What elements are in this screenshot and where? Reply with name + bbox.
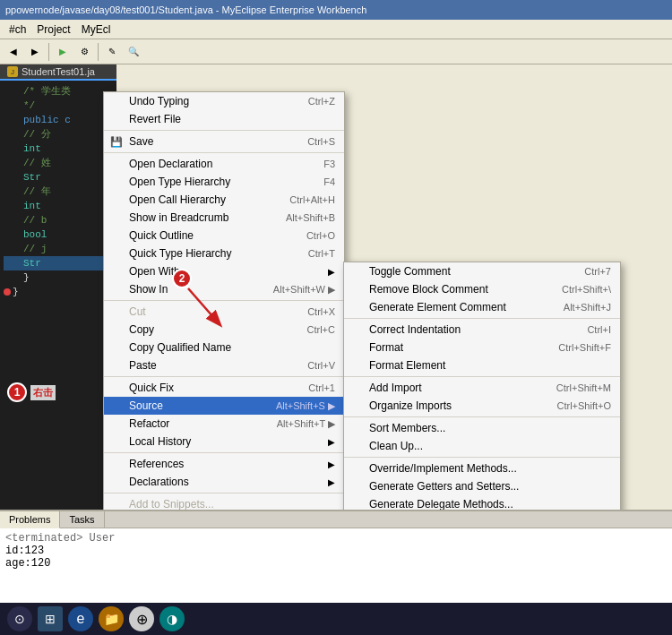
menu-generate-delegate-methods[interactable]: Generate Delegate Methods... bbox=[344, 495, 620, 510]
menu-sort-members[interactable]: Sort Members... bbox=[344, 419, 620, 437]
toolbar-btn-1[interactable]: ◀ bbox=[4, 42, 23, 62]
menu-quick-fix[interactable]: Quick Fix Ctrl+1 bbox=[104, 379, 344, 397]
ide-area: #ch Project MyEcl ◀ ▶ ▶ ⚙ ✎ 🔍 J StudentT… bbox=[0, 20, 672, 635]
context-menu-2: Toggle Comment Ctrl+7 Remove Block Comme… bbox=[343, 262, 621, 510]
toolbar: ◀ ▶ ▶ ⚙ ✎ 🔍 bbox=[0, 39, 672, 64]
menu-local-history[interactable]: Local History ▶ bbox=[104, 433, 344, 451]
menu-revert-file[interactable]: Revert File bbox=[104, 110, 344, 128]
taskbar-chrome-icon[interactable]: ⊕ bbox=[129, 606, 154, 631]
code-line-3: public c bbox=[4, 113, 113, 127]
menu-organize-imports[interactable]: Organize Imports Ctrl+Shift+O bbox=[344, 397, 620, 415]
title-text: ppowernode/javase/day08/test001/Student.… bbox=[5, 4, 366, 15]
tab-problems[interactable]: Problems bbox=[0, 511, 60, 528]
sep-2 bbox=[104, 152, 344, 153]
bottom-tabs: Problems Tasks bbox=[0, 511, 672, 528]
menu-toggle-comment[interactable]: Toggle Comment Ctrl+7 bbox=[344, 262, 620, 280]
code-line-7: Str bbox=[4, 170, 113, 184]
code-line-13: Str bbox=[4, 256, 113, 270]
toolbar-btn-4[interactable]: ✎ bbox=[102, 42, 122, 62]
taskbar-windows-icon[interactable]: ⊞ bbox=[38, 606, 63, 631]
sub-sep-3 bbox=[344, 416, 620, 417]
menu-add-import[interactable]: Add Import Ctrl+Shift+M bbox=[344, 379, 620, 397]
menu-quick-type-hierarchy[interactable]: Quick Type Hierarchy Ctrl+T bbox=[104, 245, 344, 262]
code-line-11: bool bbox=[4, 227, 113, 242]
code-line-10: // b bbox=[4, 213, 113, 227]
menu-open-type-hierarchy[interactable]: Open Type Hierarchy F4 bbox=[104, 173, 344, 191]
tab-icon: J bbox=[7, 66, 18, 77]
menu-show-in[interactable]: Show In Alt+Shift+W ▶ bbox=[104, 280, 344, 298]
annotation-1-label: 右击 bbox=[30, 385, 56, 400]
code-line-1: /* 学生类 bbox=[4, 84, 113, 99]
sub-sep-4 bbox=[344, 457, 620, 458]
menu-remove-block-comment[interactable]: Remove Block Comment Ctrl+Shift+\ bbox=[344, 280, 620, 298]
menu-cut[interactable]: Cut Ctrl+X bbox=[104, 303, 344, 321]
sub-sep-1 bbox=[344, 318, 620, 319]
menu-add-snippets[interactable]: Add to Snippets... bbox=[104, 495, 344, 510]
code-line-5: int bbox=[4, 142, 113, 156]
menu-quick-outline[interactable]: Quick Outline Ctrl+O bbox=[104, 227, 344, 245]
menu-generate-element-comment[interactable]: Generate Element Comment Alt+Shift+J bbox=[344, 298, 620, 316]
taskbar: ⊙ ⊞ e 📁 ⊕ ◑ bbox=[0, 603, 672, 635]
menu-source[interactable]: Source Alt+Shift+S ▶ bbox=[104, 397, 344, 415]
console-output: <terminated> User id:123 age:120 bbox=[5, 532, 667, 570]
annotation-1: 1 bbox=[7, 382, 27, 402]
menu-save[interactable]: 💾 Save Ctrl+S bbox=[104, 133, 344, 150]
toolbar-sep-2 bbox=[98, 43, 99, 61]
toolbar-sep-1 bbox=[48, 43, 49, 61]
toolbar-btn-3[interactable]: ⚙ bbox=[74, 42, 94, 62]
menu-open-with[interactable]: Open With ▶ bbox=[104, 262, 344, 280]
code-area: /* 学生类 */ public c // 分 int bbox=[0, 81, 116, 303]
menu-clean-up[interactable]: Clean Up... bbox=[344, 437, 620, 455]
menu-paste[interactable]: Paste Ctrl+V bbox=[104, 356, 344, 374]
code-line-14: } bbox=[4, 270, 113, 285]
menu-copy-qualified-name[interactable]: Copy Qualified Name bbox=[104, 339, 344, 356]
title-bar: ppowernode/javase/day08/test001/Student.… bbox=[0, 0, 672, 20]
menu-format-element[interactable]: Format Element bbox=[344, 356, 620, 374]
menu-refactor[interactable]: Refactor Alt+Shift+T ▶ bbox=[104, 415, 344, 433]
menu-open-call-hierarchy[interactable]: Open Call Hierarchy Ctrl+Alt+H bbox=[104, 191, 344, 209]
annotation-2: 2 bbox=[172, 269, 192, 288]
code-line-error: } bbox=[4, 285, 113, 299]
code-line-2: */ bbox=[4, 99, 113, 113]
toolbar-btn-2[interactable]: ▶ bbox=[25, 42, 45, 62]
taskbar-other-icon[interactable]: ◑ bbox=[159, 606, 185, 631]
menu-correct-indentation[interactable]: Correct Indentation Ctrl+I bbox=[344, 321, 620, 339]
sep-5 bbox=[104, 452, 344, 453]
toolbar-btn-5[interactable]: 🔍 bbox=[124, 42, 143, 62]
menu-copy[interactable]: Copy Ctrl+C bbox=[104, 321, 344, 339]
menu-references[interactable]: References ▶ bbox=[104, 455, 344, 473]
tab-tasks[interactable]: Tasks bbox=[60, 511, 104, 528]
menu-declarations[interactable]: Declarations ▶ bbox=[104, 473, 344, 491]
menu-bar: #ch Project MyEcl bbox=[0, 20, 672, 39]
code-line-12: // j bbox=[4, 242, 113, 256]
context-menu-1: Undo Typing Ctrl+Z Revert File 💾 Save Ct… bbox=[103, 91, 345, 510]
tab-label: StudentTest01.ja bbox=[22, 66, 95, 77]
menu-item-ch[interactable]: #ch bbox=[4, 21, 31, 38]
menu-undo-typing[interactable]: Undo Typing Ctrl+Z bbox=[104, 92, 344, 110]
sub-sep-2 bbox=[344, 376, 620, 377]
save-icon: 💾 bbox=[109, 134, 124, 149]
editor-tab[interactable]: J StudentTest01.ja bbox=[0, 64, 116, 81]
menu-generate-getters-setters[interactable]: Generate Getters and Setters... bbox=[344, 477, 620, 495]
menu-show-breadcrumb[interactable]: Show in Breadcrumb Alt+Shift+B bbox=[104, 209, 344, 227]
code-line-9: int bbox=[4, 199, 113, 213]
menu-open-declaration[interactable]: Open Declaration F3 bbox=[104, 155, 344, 173]
sep-1 bbox=[104, 130, 344, 131]
sep-6 bbox=[104, 493, 344, 493]
taskbar-start-icon[interactable]: ⊙ bbox=[7, 606, 32, 631]
menu-format[interactable]: Format Ctrl+Shift+F bbox=[344, 339, 620, 356]
menu-item-myecl[interactable]: MyEcl bbox=[76, 21, 116, 38]
editor-panel: J StudentTest01.ja /* 学生类 */ public c bbox=[0, 64, 116, 510]
sep-4 bbox=[104, 376, 344, 377]
taskbar-ie-icon[interactable]: e bbox=[68, 606, 93, 631]
sep-3 bbox=[104, 300, 344, 301]
code-line-6: // 姓 bbox=[4, 156, 113, 170]
taskbar-folder-icon[interactable]: 📁 bbox=[99, 606, 124, 631]
error-indicator bbox=[4, 288, 11, 296]
toolbar-btn-run[interactable]: ▶ bbox=[53, 42, 73, 62]
content-area: J StudentTest01.ja /* 学生类 */ public c bbox=[0, 64, 672, 510]
menu-item-project[interactable]: Project bbox=[31, 21, 75, 38]
code-line-4: // 分 bbox=[4, 127, 113, 142]
menu-override-implement[interactable]: Override/Implement Methods... bbox=[344, 459, 620, 477]
code-line-8: // 年 bbox=[4, 184, 113, 199]
